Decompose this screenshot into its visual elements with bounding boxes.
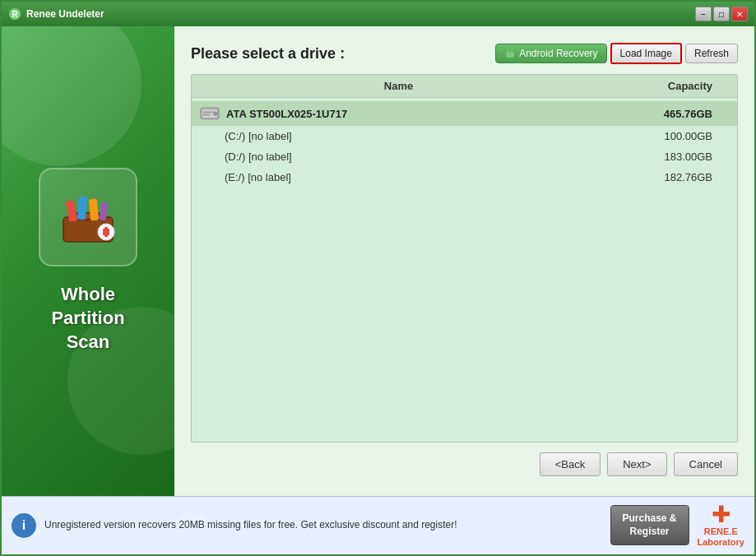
svg-line-14 [508,48,508,49]
renee-logo: ✚ RENE.E Laboratory [698,503,744,548]
cancel-button[interactable]: Cancel [674,452,738,476]
drive-row-name: ATA ST500LX025-1U717 [200,106,597,121]
header-buttons: Android Recovery Load Image Refresh [495,43,738,64]
maximize-button[interactable]: □ [713,7,730,21]
purchase-register-button[interactable]: Purchase & Register [610,505,689,545]
left-panel: Whole Partition Scan [2,26,174,496]
back-button[interactable]: <Back [540,452,601,476]
svg-point-12 [508,50,509,52]
svg-point-19 [215,113,217,115]
app-title: Renee Undeleter [26,8,104,20]
table-row[interactable]: ATA ST500LX025-1U717 465.76GB [192,101,737,126]
app-title-icon: R [8,7,21,21]
renee-brand-name: RENE.E Laboratory [698,526,744,548]
partition-row-capacity: 182.76GB [597,171,729,183]
partition-row-name: (D:/) [no label] [225,151,597,163]
partition-row-capacity: 183.00GB [597,151,729,163]
column-capacity-header: Capacity [597,80,729,92]
column-name-header: Name [200,80,597,92]
svg-point-13 [511,50,513,52]
navigation-row: <Back Next> Cancel [191,442,738,480]
table-row[interactable]: (D:/) [no label] 183.00GB [192,146,737,167]
hdd-icon [200,106,220,121]
title-bar: R Renee Undeleter − □ ✕ [2,2,754,26]
table-body: ATA ST500LX025-1U717 465.76GB (C:/) [no … [192,98,737,191]
minimize-button[interactable]: − [695,7,712,21]
renee-cross-icon: ✚ [712,503,730,526]
refresh-button[interactable]: Refresh [685,44,738,63]
header-row: Please select a drive : Android Recovery… [191,43,738,64]
svg-line-15 [512,48,513,49]
main-window: R Renee Undeleter − □ ✕ [0,0,756,556]
svg-rect-11 [506,52,514,58]
title-bar-left: R Renee Undeleter [8,7,104,21]
android-icon [504,48,516,59]
svg-rect-20 [202,111,212,113]
footer-message: Unregistered version recovers 20MB missi… [44,518,602,532]
next-button[interactable]: Next> [607,452,666,476]
svg-text:R: R [12,10,18,19]
right-panel: Please select a drive : Android Recovery… [174,26,754,496]
select-drive-title: Please select a drive : [191,45,345,63]
partition-row-name: (E:/) [no label] [225,171,597,183]
info-icon: i [12,513,36,538]
table-header: Name Capacity [192,75,737,98]
close-button[interactable]: ✕ [731,7,748,21]
panel-title: Whole Partition Scan [51,283,124,354]
android-recovery-button[interactable]: Android Recovery [495,44,606,63]
svg-rect-10 [104,227,108,237]
svg-rect-21 [202,114,210,116]
partition-row-name: (C:/) [no label] [225,130,597,142]
app-icon-container [39,168,137,266]
drive-row-capacity: 465.76GB [597,108,729,120]
table-row[interactable]: (E:/) [no label] 182.76GB [192,167,737,188]
partition-row-capacity: 100.00GB [597,130,729,142]
app-logo-icon [55,184,121,250]
content-area: Whole Partition Scan Please select a dri… [2,26,754,496]
drive-table: Name Capacity [191,74,738,442]
title-bar-controls: − □ ✕ [695,7,748,21]
load-image-button[interactable]: Load Image [610,43,682,64]
footer: i Unregistered version recovers 20MB mis… [2,496,754,554]
table-row[interactable]: (C:/) [no label] 100.00GB [192,126,737,146]
